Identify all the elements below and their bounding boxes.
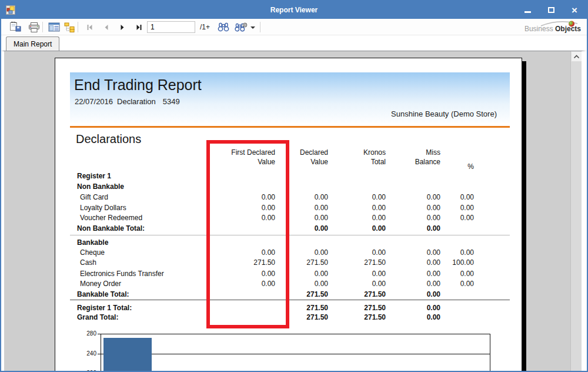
toolbar-separator — [42, 22, 43, 32]
export-button[interactable] — [8, 21, 22, 34]
row-label: Electronics Funds Transfer — [80, 270, 164, 278]
maximize-icon — [548, 7, 554, 13]
row-value: 0.00 — [430, 248, 474, 257]
group-tree-button[interactable] — [62, 21, 76, 34]
report-date: 22/07/2016 — [75, 97, 113, 106]
tab-strip: Main Report — [1, 35, 587, 51]
section-title-declarations: Declarations — [76, 132, 141, 146]
row-value: 271.50 — [284, 290, 328, 298]
toolbar-separator — [260, 22, 260, 32]
chart-gridline — [101, 354, 490, 354]
row-value: 0.00 — [342, 193, 386, 201]
row-value: 271.50 — [342, 290, 386, 298]
row-value: 0.00 — [342, 224, 386, 232]
business-objects-logo: Business Objects — [494, 20, 582, 34]
row-label: Voucher Redeemed — [80, 214, 142, 222]
close-icon: × — [572, 5, 577, 15]
toggle-group-tree-button[interactable] — [47, 21, 61, 34]
row-label: Register 1 Total: — [77, 304, 132, 312]
row-label: Bankable — [77, 238, 108, 247]
row-value: 0.00 — [284, 270, 328, 278]
toolbar: /1+ — [1, 19, 587, 35]
row-label: Non Bankable — [77, 182, 124, 191]
chevron-up-icon — [573, 54, 580, 59]
minimize-button[interactable] — [521, 5, 534, 15]
row-value: 0.00 — [430, 280, 474, 288]
row-value: 0.00 — [284, 224, 328, 232]
row-label: Gift Card — [80, 193, 108, 201]
row-label: Cash — [80, 258, 96, 267]
row-value: 0.00 — [342, 214, 386, 222]
section-rule — [70, 300, 510, 300]
y-axis-label: 200 — [79, 370, 96, 371]
section-rule — [70, 235, 510, 235]
row-label: Bankable Total: — [77, 290, 129, 298]
y-axis-tick — [98, 354, 101, 354]
logo-objects: Objects — [555, 25, 581, 33]
tab-main-report[interactable]: Main Report — [6, 36, 59, 51]
column-header: % — [406, 162, 474, 171]
zoom-dropdown-caret[interactable] — [250, 26, 255, 29]
row-value: 0.00 — [284, 280, 328, 288]
row-value: 271.50 — [284, 313, 328, 321]
row-value: 0.00 — [342, 270, 386, 278]
row-value: 0.00 — [342, 280, 386, 288]
toggle-group-tree-icon — [48, 22, 60, 32]
find-icon — [218, 22, 229, 32]
report-page: End Trading Report 22/07/2016Declaration… — [55, 58, 522, 371]
row-value: 0.00 — [430, 204, 474, 212]
row-value: 271.50 — [284, 304, 328, 312]
row-label: Grand Total: — [77, 313, 118, 321]
row-value: 0.00 — [284, 214, 328, 222]
maximize-button[interactable] — [544, 5, 557, 15]
row-value: 271.50 — [342, 313, 386, 321]
go-next-page-button[interactable] — [115, 21, 129, 34]
row-label: Register 1 — [77, 172, 111, 180]
row-label: Cheque — [80, 248, 105, 257]
go-first-icon — [86, 24, 93, 31]
chart-plot-area — [101, 334, 490, 371]
vertical-scrollbar[interactable] — [570, 51, 582, 371]
orange-divider — [70, 126, 510, 128]
minimize-icon — [524, 11, 531, 13]
window-controls: × — [521, 1, 581, 19]
row-value: 271.50 — [342, 304, 386, 312]
row-value: 0.00 — [396, 313, 440, 321]
page-count-label: /1+ — [200, 23, 210, 31]
print-icon — [28, 22, 40, 32]
row-value: 0.00 — [342, 248, 386, 257]
row-value: 100.00 — [430, 258, 474, 267]
find-button[interactable] — [216, 21, 230, 34]
go-previous-page-button[interactable] — [99, 21, 113, 34]
go-next-icon — [119, 24, 126, 31]
window-title: Report Viewer — [1, 6, 587, 14]
row-value: 0.00 — [430, 193, 474, 201]
close-button[interactable]: × — [568, 5, 581, 15]
y-axis-label: 280 — [79, 330, 96, 337]
row-value: 0.00 — [430, 270, 474, 278]
go-first-page-button[interactable] — [82, 21, 96, 34]
row-value: 0.00 — [284, 248, 328, 257]
row-value: 0.00 — [396, 224, 440, 232]
print-button[interactable] — [27, 21, 41, 34]
row-label: Non Bankable Total: — [77, 224, 145, 232]
go-previous-icon — [103, 24, 109, 31]
logo-business: Business — [524, 25, 553, 33]
logo-text: Business Objects — [524, 25, 581, 33]
zoom-button[interactable] — [234, 21, 248, 34]
y-axis-label: 240 — [79, 350, 96, 357]
row-value: 0.00 — [396, 290, 440, 298]
report-viewer-window: Report Viewer × — [0, 0, 588, 372]
page-number-input[interactable] — [147, 21, 195, 33]
row-value: 0.00 — [284, 193, 328, 201]
highlight-rectangle — [206, 140, 289, 328]
row-value: 271.50 — [284, 258, 328, 267]
scroll-up-button[interactable] — [571, 51, 582, 62]
group-tree-icon — [64, 22, 75, 32]
row-value: 271.50 — [342, 258, 386, 267]
page-shadow — [522, 61, 526, 371]
go-last-page-button[interactable] — [132, 21, 146, 34]
row-value: 0.00 — [396, 304, 440, 312]
y-axis-tick — [98, 334, 101, 334]
report-page-wrap: End Trading Report 22/07/2016Declaration… — [55, 58, 526, 371]
